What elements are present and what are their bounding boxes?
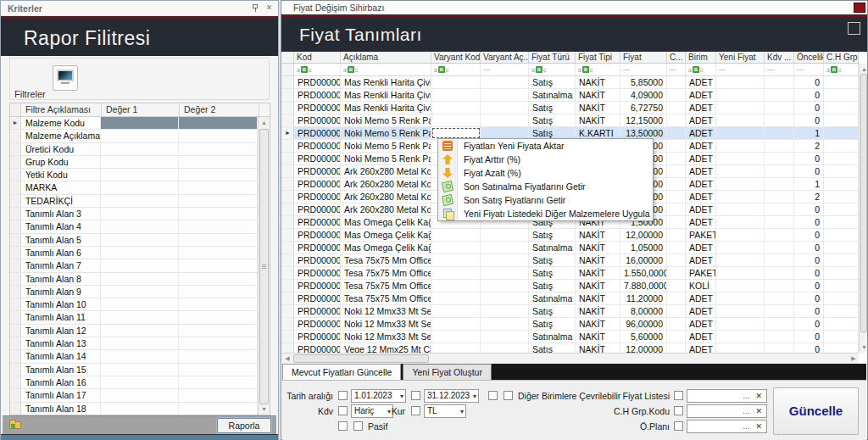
grid-cell[interactable]: PRD00000... [294, 89, 341, 101]
grid-cell[interactable]: PRD00000... [294, 203, 341, 215]
grid-cell[interactable]: 0 [794, 114, 824, 126]
grid-cell[interactable]: 0 [794, 343, 824, 353]
dropdown-icon[interactable]: ▾ [400, 391, 403, 403]
value2-cell[interactable] [179, 403, 258, 415]
grid-cell[interactable]: 0 [794, 153, 824, 164]
grid-cell[interactable] [716, 114, 765, 126]
grid-cell[interactable]: 0 [794, 89, 824, 101]
grid-cell[interactable] [765, 305, 794, 317]
grid-cell[interactable] [431, 331, 481, 343]
dropdown-icon[interactable]: ▾ [460, 406, 464, 418]
grid-cell[interactable] [667, 280, 686, 292]
grid-cell[interactable]: 5,60000 [620, 331, 667, 343]
filter-row[interactable]: Tanımlı Alan 18 [10, 403, 258, 415]
grid-cell[interactable]: PRD00000... [294, 114, 341, 126]
grid-cell[interactable]: 0 [794, 254, 824, 266]
table-row[interactable]: PRD00000...Noki 12 Mmx33 Mt Selo...Satış… [282, 305, 860, 318]
grid-cell[interactable] [667, 165, 686, 177]
grid-cell[interactable] [667, 242, 686, 253]
close-icon[interactable]: ✕ [264, 3, 275, 14]
grid-filter-cell[interactable]: — [765, 64, 794, 75]
grid-cell[interactable] [431, 318, 481, 330]
lookup-field[interactable]: … ✕ [687, 389, 767, 403]
grid-cell[interactable]: 0 [794, 331, 824, 343]
date-from-checkbox[interactable] [338, 391, 348, 400]
grid-cell[interactable]: 13,50000 [620, 127, 667, 139]
grid-cell[interactable]: Satış [529, 127, 576, 139]
convertible-checkbox-2[interactable] [504, 391, 513, 400]
grid-cell[interactable] [824, 140, 859, 152]
grid-column-header[interactable]: Varyant Aç... [481, 52, 529, 63]
pin-icon[interactable] [250, 3, 261, 14]
grid-cell[interactable]: Mas Omega Çelik Kağıt ... [341, 229, 431, 241]
grid-cell[interactable]: Noki Memo 5 Renk Page... [341, 140, 431, 152]
raporla-button[interactable]: Raporla [217, 418, 271, 433]
grid-cell[interactable] [765, 343, 794, 353]
grid-cell[interactable]: ADET [686, 191, 716, 203]
grid-cell[interactable] [716, 305, 765, 317]
menu-item[interactable]: Fiyat Azalt (%) [438, 166, 653, 180]
grid-cell[interactable]: Ark 260x280 Metal Koni... [341, 191, 431, 203]
value1-cell[interactable] [101, 376, 178, 388]
grid-cell[interactable] [716, 76, 765, 88]
grid-cell[interactable]: 0 [794, 216, 824, 228]
value2-cell[interactable] [179, 195, 258, 207]
filter-row[interactable]: Tanımlı Alan 11 [10, 311, 258, 324]
grid-cell[interactable] [667, 140, 686, 152]
grid-cell[interactable]: 16,00000 [620, 254, 667, 266]
value2-cell[interactable] [179, 298, 258, 310]
column-header-1[interactable]: Filtre Açıklaması [21, 103, 102, 116]
grid-cell[interactable]: PRD00000... [294, 191, 341, 203]
grid-cell[interactable]: 5,85000 [620, 76, 667, 88]
grid-cell[interactable] [716, 178, 765, 190]
value1-cell[interactable] [101, 298, 178, 310]
header-outline-button[interactable] [848, 22, 860, 35]
grid-cell[interactable] [716, 127, 765, 139]
grid-cell[interactable] [824, 203, 859, 215]
filter-name-cell[interactable]: Tanımlı Alan 8 [21, 273, 101, 285]
grid-cell[interactable]: ADET [686, 165, 716, 177]
value2-cell[interactable] [179, 389, 258, 401]
grid-cell[interactable]: ADET [686, 153, 716, 164]
grid-column-header[interactable]: Açıklama [341, 52, 431, 63]
filter-name-cell[interactable]: Tanımlı Alan 6 [21, 247, 101, 259]
grid-cell[interactable]: NAKİT [576, 292, 620, 304]
grid-cell[interactable]: 2 [794, 191, 824, 203]
grid-cell[interactable]: 0 [794, 165, 824, 177]
grid-cell[interactable]: Satınalma [529, 292, 576, 304]
filter-row[interactable]: Tanımlı Alan 5 [10, 234, 258, 247]
lookup-checkbox[interactable] [674, 421, 683, 431]
grid-cell[interactable]: 0 [794, 203, 824, 215]
grid-cell[interactable] [667, 254, 686, 266]
grid-cell[interactable]: PRD00000... [294, 229, 341, 241]
grid-cell[interactable]: Noki 12 Mmx33 Mt Selo... [341, 331, 431, 343]
grid-cell[interactable] [431, 292, 481, 304]
grid-cell[interactable] [431, 89, 481, 101]
grid-cell[interactable]: Ark 260x280 Metal Koni... [341, 178, 431, 190]
grid-cell[interactable] [824, 229, 859, 241]
grid-cell[interactable]: 7.880,00000 [620, 280, 667, 292]
grid-cell[interactable] [667, 127, 686, 139]
grid-cell[interactable]: 1.550,00000 [620, 267, 667, 279]
grid-cell[interactable]: 1,05000 [620, 242, 667, 253]
grid-cell[interactable] [824, 305, 859, 317]
grid-cell[interactable]: ADET [686, 203, 716, 215]
grid-cell[interactable]: Tesa 75x75 Mm Office ... [341, 267, 431, 279]
grid-cell[interactable]: PRD00000... [294, 305, 341, 317]
grid-column-header[interactable]: Fiyat [620, 52, 667, 63]
grid-cell[interactable] [716, 280, 765, 292]
grid-cell[interactable]: PRD00000... [294, 178, 341, 190]
grid-cell[interactable]: ADET [686, 318, 716, 330]
grid-cell[interactable] [431, 254, 481, 266]
grid-column-header[interactable]: C.H Grp.Ko [824, 52, 859, 63]
filter-row[interactable]: Malzeme Açıklaması [10, 130, 258, 142]
lookup-checkbox[interactable] [674, 391, 683, 400]
grid-cell[interactable]: PRD00000... [294, 153, 341, 164]
grid-cell[interactable] [431, 102, 481, 114]
value1-cell[interactable] [101, 389, 178, 401]
grid-cell[interactable] [824, 267, 859, 279]
grid-cell[interactable]: K.KARTI [576, 127, 620, 139]
grid-cell[interactable] [765, 153, 794, 164]
kdv-checkbox[interactable] [338, 406, 348, 415]
grid-cell[interactable] [716, 89, 765, 101]
